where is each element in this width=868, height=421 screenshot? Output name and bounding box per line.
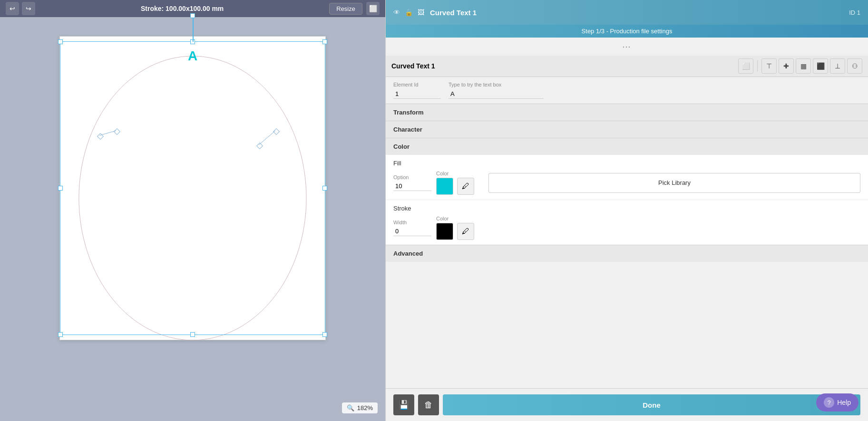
zoom-value: 182% [357, 404, 373, 411]
panel-body: Curved Text 1 ⬜ ⊤ ✚ ▦ ⬛ ⊥ ⚇ Element Id T… [386, 56, 868, 388]
layout-icon-button[interactable]: ⬜ [366, 2, 380, 15]
handle-tr [322, 39, 327, 44]
advanced-section[interactable]: Advanced [386, 245, 868, 262]
toolbar-icon-2[interactable]: ⊤ [761, 58, 777, 74]
stroke-color-group: Color 🖊 [436, 216, 474, 240]
fill-eyedropper-button[interactable]: 🖊 [457, 178, 474, 195]
handle-ml [58, 186, 63, 191]
panel-header: 👁 🔒 🖼 Curved Text 1 ID 1 [386, 0, 868, 25]
stroke-width-input[interactable] [393, 227, 431, 236]
save-icon: 💾 [399, 400, 409, 410]
fill-color-controls: 🖊 [436, 178, 474, 195]
handle-bm [190, 332, 195, 337]
undo-button[interactable]: ↩ [6, 2, 19, 15]
stroke-eyedropper-icon: 🖊 [462, 227, 469, 236]
transform-section[interactable]: Transform [386, 104, 868, 121]
svg-line-1 [99, 131, 116, 135]
handle-bl [58, 332, 63, 337]
canvas-wrapper: A [0, 17, 385, 421]
done-button[interactable]: Done [443, 394, 860, 415]
right-panel: 👁 🔒 🖼 Curved Text 1 ID 1 Step 1/3 - Prod… [385, 0, 868, 421]
bezier-lines-svg [60, 37, 325, 340]
zoom-indicator: 🔍 182% [342, 402, 378, 413]
fill-color-group: Color 🖊 [436, 171, 474, 195]
toolbar-icon-3[interactable]: ✚ [779, 58, 794, 74]
redo-icon: ↪ [26, 5, 31, 12]
toolbar-divider-1 [757, 60, 758, 72]
lock-icon[interactable]: 🔒 [405, 9, 413, 16]
panel-header-icons: 👁 🔒 🖼 [393, 9, 424, 16]
stroke-color-label: Color [436, 216, 474, 221]
toolbar-icon-7[interactable]: ⚇ [847, 58, 862, 74]
delete-button[interactable]: 🗑 [418, 394, 439, 415]
zoom-icon: 🔍 [347, 404, 354, 411]
handle-tm [190, 39, 195, 44]
canvas-area: ↩ ↪ Stroke: 100.00x100.00 mm Resize ⬜ A [0, 0, 385, 421]
toolbar-icon-4[interactable]: ▦ [796, 58, 811, 74]
svg-line-2 [259, 131, 275, 145]
fill-option-group: Option [393, 174, 431, 191]
stroke-width-label: Width [393, 220, 431, 225]
element-id-label: Element Id [393, 82, 441, 87]
field-row: Element Id Type to try the text box [386, 77, 868, 104]
panel-dots: ⋯ [386, 38, 868, 56]
handle-tl [58, 39, 63, 44]
fill-color-swatch[interactable] [436, 178, 453, 195]
layout-icon: ⬜ [369, 5, 377, 12]
top-bar: ↩ ↪ Stroke: 100.00x100.00 mm Resize ⬜ [0, 0, 385, 17]
element-id-group: Element Id [393, 82, 441, 99]
anchor-line [193, 16, 194, 42]
redo-button[interactable]: ↪ [22, 2, 35, 15]
control-point-4 [273, 128, 280, 135]
color-section-header[interactable]: Color [386, 138, 868, 155]
panel-element-name: Curved Text 1 [430, 9, 477, 17]
toolbar-icon-1[interactable]: ⬜ [738, 58, 753, 74]
fill-option-input[interactable] [393, 182, 431, 191]
panel-footer: 💾 🗑 Done [386, 388, 868, 421]
stroke-color-controls: 🖊 [436, 223, 474, 240]
text-field-group: Type to try the text box [449, 82, 544, 99]
fill-section: Fill Option Color 🖊 Pick Library [386, 155, 868, 200]
stroke-label: Stroke [393, 205, 860, 212]
canvas-paper[interactable]: A [59, 36, 326, 340]
fill-label: Fill [393, 160, 860, 167]
text-field-input[interactable] [449, 89, 544, 99]
toolbar-icon-6[interactable]: ⊥ [830, 58, 845, 74]
save-button[interactable]: 💾 [393, 394, 414, 415]
handle-br [322, 332, 327, 337]
toolbar-label: Curved Text 1 [391, 62, 736, 70]
help-button[interactable]: ? Help [816, 393, 858, 411]
delete-icon: 🗑 [424, 400, 433, 410]
step-header: Step 1/3 - Production file settings [386, 25, 868, 38]
eye-icon[interactable]: 👁 [393, 9, 400, 16]
handle-mr [322, 186, 327, 191]
stroke-section: Stroke Width Color 🖊 [386, 200, 868, 245]
control-point-2 [114, 128, 120, 135]
selection-box [60, 41, 325, 335]
image-icon[interactable]: 🖼 [418, 9, 424, 16]
help-label: Help [837, 399, 851, 406]
curved-text-letter: A [188, 48, 197, 64]
fill-color-label: Color [436, 171, 474, 176]
stroke-color-swatch[interactable] [436, 223, 453, 240]
character-section[interactable]: Character [386, 121, 868, 138]
pick-library-button[interactable]: Pick Library [488, 173, 860, 193]
arc-svg [65, 46, 321, 341]
fill-color-row: Option Color 🖊 Pick Library [393, 171, 860, 195]
element-id-input[interactable] [393, 89, 441, 99]
text-field-label: Type to try the text box [449, 82, 544, 87]
toolbar-icon-5[interactable]: ⬛ [813, 58, 828, 74]
resize-button[interactable]: Resize [329, 3, 362, 15]
stroke-eyedropper-button[interactable]: 🖊 [457, 223, 474, 240]
control-point-1 [97, 133, 104, 140]
topbar-title: Stroke: 100.00x100.00 mm [35, 5, 329, 12]
panel-id: ID 1 [849, 9, 860, 16]
stroke-color-row: Width Color 🖊 [393, 216, 860, 240]
control-point-3 [256, 143, 263, 149]
top-bar-right: Resize ⬜ [329, 2, 380, 15]
svg-point-0 [79, 56, 306, 340]
undo-icon: ↩ [10, 5, 15, 12]
fill-option-label: Option [393, 174, 431, 180]
top-bar-left: ↩ ↪ [6, 2, 35, 15]
step-title: Step 1/3 - Production file settings [582, 28, 673, 35]
